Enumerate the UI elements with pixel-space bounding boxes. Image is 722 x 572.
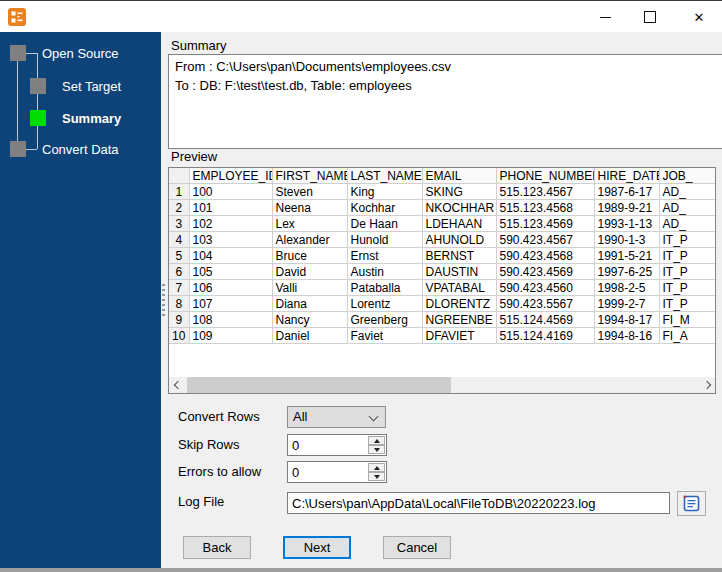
table-cell[interactable]: Neena: [272, 200, 347, 216]
table-cell[interactable]: NKOCHHAR: [422, 200, 496, 216]
table-cell[interactable]: David: [272, 264, 347, 280]
table-cell[interactable]: 515.124.4169: [496, 328, 594, 344]
row-number[interactable]: 2: [169, 200, 189, 216]
spinner-up-button[interactable]: [368, 463, 385, 472]
table-cell[interactable]: 101: [189, 200, 272, 216]
cancel-button[interactable]: Cancel: [383, 536, 451, 559]
table-cell[interactable]: AD_: [659, 216, 716, 232]
table-cell[interactable]: 515.123.4567: [496, 184, 594, 200]
table-cell[interactable]: Bruce: [272, 248, 347, 264]
sidebar-splitter[interactable]: [161, 32, 168, 568]
log-file-input[interactable]: [287, 492, 670, 514]
table-cell[interactable]: DFAVIET: [422, 328, 496, 344]
table-cell[interactable]: BERNST: [422, 248, 496, 264]
table-cell[interactable]: 1993-1-13: [594, 216, 659, 232]
table-cell[interactable]: IT_P: [659, 248, 716, 264]
table-cell[interactable]: 103: [189, 232, 272, 248]
close-button[interactable]: ✕: [681, 2, 717, 32]
table-cell[interactable]: 1997-6-25: [594, 264, 659, 280]
errors-to-allow-input[interactable]: [288, 462, 366, 482]
table-cell[interactable]: VPATABAL: [422, 280, 496, 296]
table-cell[interactable]: Daniel: [272, 328, 347, 344]
scroll-right-button[interactable]: [698, 377, 715, 393]
table-cell[interactable]: 590.423.4569: [496, 264, 594, 280]
horizontal-scrollbar[interactable]: [169, 377, 715, 393]
table-cell[interactable]: 590.423.4560: [496, 280, 594, 296]
row-number[interactable]: 7: [169, 280, 189, 296]
table-cell[interactable]: LDEHAAN: [422, 216, 496, 232]
maximize-button[interactable]: [632, 2, 668, 32]
row-number[interactable]: 5: [169, 248, 189, 264]
table-cell[interactable]: 1998-2-5: [594, 280, 659, 296]
table-cell[interactable]: 108: [189, 312, 272, 328]
table-cell[interactable]: 590.423.4568: [496, 248, 594, 264]
row-number[interactable]: 4: [169, 232, 189, 248]
table-cell[interactable]: AHUNOLD: [422, 232, 496, 248]
next-button[interactable]: Next: [283, 536, 351, 559]
table-cell[interactable]: 105: [189, 264, 272, 280]
table-cell[interactable]: Kochhar: [347, 200, 422, 216]
table-cell[interactable]: DLORENTZ: [422, 296, 496, 312]
table-cell[interactable]: Steven: [272, 184, 347, 200]
table-cell[interactable]: FI_A: [659, 328, 716, 344]
view-log-button[interactable]: [677, 491, 706, 516]
table-cell[interactable]: AD_: [659, 184, 716, 200]
table-cell[interactable]: 590.423.5567: [496, 296, 594, 312]
row-number[interactable]: 6: [169, 264, 189, 280]
table-cell[interactable]: 107: [189, 296, 272, 312]
table-cell[interactable]: 106: [189, 280, 272, 296]
table-cell[interactable]: 104: [189, 248, 272, 264]
minimize-button[interactable]: [587, 2, 623, 32]
table-cell[interactable]: 515.124.4569: [496, 312, 594, 328]
scroll-left-button[interactable]: [169, 377, 186, 393]
table-cell[interactable]: 102: [189, 216, 272, 232]
table-cell[interactable]: De Haan: [347, 216, 422, 232]
table-cell[interactable]: IT_P: [659, 232, 716, 248]
row-number[interactable]: 1: [169, 184, 189, 200]
table-cell[interactable]: 590.423.4567: [496, 232, 594, 248]
table-cell[interactable]: Nancy: [272, 312, 347, 328]
table-cell[interactable]: 1994-8-17: [594, 312, 659, 328]
spinner-down-button[interactable]: [368, 445, 385, 454]
table-cell[interactable]: Faviet: [347, 328, 422, 344]
row-number[interactable]: 9: [169, 312, 189, 328]
table-cell[interactable]: Valli: [272, 280, 347, 296]
row-number[interactable]: 10: [169, 328, 189, 344]
table-cell[interactable]: 515.123.4569: [496, 216, 594, 232]
table-cell[interactable]: 1999-2-7: [594, 296, 659, 312]
table-cell[interactable]: Austin: [347, 264, 422, 280]
table-cell[interactable]: 1994-8-16: [594, 328, 659, 344]
table-cell[interactable]: AD_: [659, 200, 716, 216]
table-cell[interactable]: 109: [189, 328, 272, 344]
table-cell[interactable]: IT_P: [659, 264, 716, 280]
scrollbar-thumb[interactable]: [187, 377, 451, 393]
spinner-down-button[interactable]: [368, 472, 385, 481]
table-cell[interactable]: DAUSTIN: [422, 264, 496, 280]
table-cell[interactable]: Lorentz: [347, 296, 422, 312]
table-cell[interactable]: IT_P: [659, 296, 716, 312]
convert-rows-select[interactable]: All: [287, 406, 386, 428]
table-cell[interactable]: Pataballa: [347, 280, 422, 296]
table-cell[interactable]: IT_P: [659, 280, 716, 296]
table-cell[interactable]: 515.123.4568: [496, 200, 594, 216]
table-cell[interactable]: Diana: [272, 296, 347, 312]
table-cell[interactable]: 1991-5-21: [594, 248, 659, 264]
table-cell[interactable]: 1990-1-3: [594, 232, 659, 248]
table-cell[interactable]: SKING: [422, 184, 496, 200]
table-cell[interactable]: Ernst: [347, 248, 422, 264]
spinner-up-button[interactable]: [368, 436, 385, 445]
table-cell[interactable]: NGREENBE: [422, 312, 496, 328]
table-cell[interactable]: 1987-6-17: [594, 184, 659, 200]
table-cell[interactable]: FI_M: [659, 312, 716, 328]
table-cell[interactable]: King: [347, 184, 422, 200]
row-number[interactable]: 8: [169, 296, 189, 312]
table-cell[interactable]: Greenberg: [347, 312, 422, 328]
table-cell[interactable]: Hunold: [347, 232, 422, 248]
table-cell[interactable]: Alexander: [272, 232, 347, 248]
back-button[interactable]: Back: [183, 536, 251, 559]
table-cell[interactable]: 1989-9-21: [594, 200, 659, 216]
row-number[interactable]: 3: [169, 216, 189, 232]
skip-rows-input[interactable]: [288, 435, 366, 455]
table-cell[interactable]: 100: [189, 184, 272, 200]
table-cell[interactable]: Lex: [272, 216, 347, 232]
